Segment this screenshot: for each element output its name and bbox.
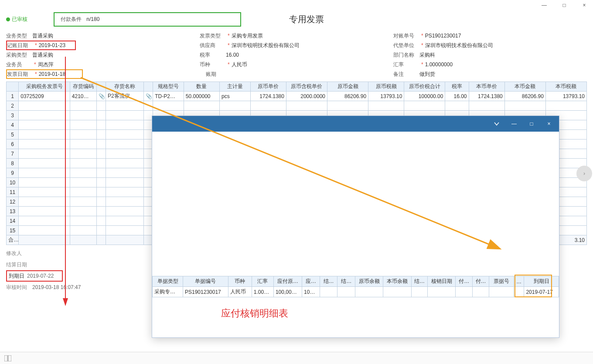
table-cell (96, 187, 106, 197)
minimize-button[interactable]: — (538, 1, 550, 10)
popup-table-cell: 100,00… (273, 287, 302, 297)
dialog-close-button[interactable]: × (543, 119, 555, 129)
table-cell (106, 235, 144, 245)
table-cell (70, 120, 96, 130)
table-header[interactable]: 原币税额 (368, 82, 404, 92)
popup-table-header[interactable]: 结… (337, 276, 355, 287)
table-header[interactable] (7, 82, 19, 92)
table-cell (96, 120, 106, 130)
due-date-label: 到期日 (9, 272, 27, 280)
dialog-maximize-button[interactable]: □ (526, 119, 537, 129)
table-cell (96, 235, 106, 245)
writeoff-detail-table[interactable]: 单据类型单据编号币种汇率应付原…应…结…结…原币余额本币余额结…核销日期付…付…… (152, 276, 559, 297)
table-header[interactable]: 原币金额 (327, 82, 368, 92)
table-cell (70, 101, 96, 111)
popup-table-header[interactable]: … (514, 276, 524, 287)
table-cell: 9 (7, 168, 19, 178)
popup-table-cell (489, 287, 514, 297)
table-header[interactable]: 存货编码 (70, 82, 96, 92)
table-cell (19, 197, 70, 207)
table-cell (445, 101, 469, 111)
table-cell (96, 149, 106, 159)
table-header[interactable]: 存货名称 (106, 82, 144, 92)
table-cell (19, 216, 70, 226)
popup-table-header[interactable]: 应… (302, 276, 320, 287)
popup-table-header[interactable]: 应付原… (273, 276, 302, 287)
recon-no-label: 对账单号 (393, 32, 419, 40)
table-row[interactable]: 1037252094210…📎P2客流仪📎TD-P2…50.000000pcs1… (7, 92, 587, 101)
table-cell: P2客流仪 (106, 92, 144, 101)
table-header[interactable]: 主计量 (220, 82, 251, 92)
table-header[interactable]: 本币金额 (504, 82, 545, 92)
dialog-dropdown-button[interactable] (491, 119, 502, 129)
table-header[interactable]: 原币单价 (250, 82, 286, 92)
page-title: 专用发票 (289, 14, 324, 25)
popup-table-header[interactable]: 结… (320, 276, 337, 287)
popup-table-cell (411, 287, 427, 297)
popup-table-cell: PS1901230017 (183, 287, 228, 297)
table-cell: 13793.10 (545, 92, 586, 101)
note-value: 做到货 (419, 71, 435, 78)
popup-table-cell: 人民币 (228, 287, 252, 297)
table-cell (153, 101, 184, 111)
table-cell (96, 111, 106, 120)
table-header[interactable]: 数量 (184, 82, 219, 92)
popup-table-header[interactable]: 到期日 (524, 276, 559, 287)
table-header[interactable] (144, 82, 153, 92)
rate-label: 汇率 (393, 61, 419, 68)
popup-table-cell (472, 287, 489, 297)
table-cell: 10 (7, 178, 19, 187)
invoice-date-value: 2019-01-18 (39, 71, 65, 77)
popup-table-header[interactable]: 本币余额 (383, 276, 411, 287)
table-header[interactable]: 本币税额 (545, 82, 586, 92)
table-cell (545, 101, 586, 111)
table-cell (19, 111, 70, 120)
table-cell (19, 207, 70, 216)
currency-label: 币种 (200, 61, 226, 68)
popup-table-header[interactable]: 单据类型 (153, 276, 183, 287)
table-cell (70, 130, 96, 139)
modifier-label: 修改人 (6, 250, 32, 257)
popup-table-header[interactable]: 付… (472, 276, 489, 287)
popup-table-header[interactable]: 原币余额 (355, 276, 383, 287)
table-cell: 2 (7, 101, 19, 111)
table-header[interactable] (96, 82, 106, 92)
close-button[interactable]: × (578, 1, 590, 10)
table-cell (106, 168, 144, 178)
popup-table-cell (320, 287, 337, 297)
settle-date-label: 结算日期 (6, 261, 32, 269)
table-header[interactable]: 采购税务发票号 (19, 82, 70, 92)
advance-unit-value: 深圳市锐明技术股份有限公司 (425, 42, 493, 49)
table-cell (144, 101, 153, 111)
table-cell (96, 226, 106, 235)
maximize-button[interactable]: □ (558, 1, 570, 10)
table-cell (19, 168, 70, 178)
popup-table-header[interactable]: 币种 (228, 276, 252, 287)
popup-table-header[interactable]: 核销日期 (428, 276, 456, 287)
table-header[interactable]: 本币单价 (469, 82, 504, 92)
popup-table-header[interactable]: 票据号 (489, 276, 514, 287)
table-header[interactable]: 税率 (445, 82, 469, 92)
tax-rate-value: 16.00 (226, 52, 239, 58)
popup-table-header[interactable]: 单据编号 (183, 276, 228, 287)
next-page-button[interactable]: › (576, 166, 592, 181)
popup-table-header[interactable]: 汇率 (252, 276, 273, 287)
table-header[interactable]: 原币价税合计 (404, 82, 445, 92)
popup-table-header[interactable]: 结… (411, 276, 427, 287)
table-header[interactable]: 原币含税单价 (286, 82, 327, 92)
table-row[interactable]: 2 (7, 101, 587, 111)
table-cell (70, 159, 96, 168)
popup-table-header[interactable]: 付… (456, 276, 472, 287)
table-cell (106, 216, 144, 226)
dialog-minimize-button[interactable]: — (508, 119, 520, 129)
svg-rect-1 (8, 355, 11, 361)
table-cell (96, 197, 106, 207)
table-cell (70, 139, 96, 149)
table-cell: 1724.1380 (469, 92, 504, 101)
table-cell: 📎 (96, 92, 106, 101)
payment-terms-value: n/180 (86, 16, 99, 22)
table-cell (106, 101, 144, 111)
table-header[interactable]: 规格型号 (153, 82, 184, 92)
invoice-date-label: 发票日期 (7, 71, 33, 78)
table-cell: 3 (7, 111, 19, 120)
